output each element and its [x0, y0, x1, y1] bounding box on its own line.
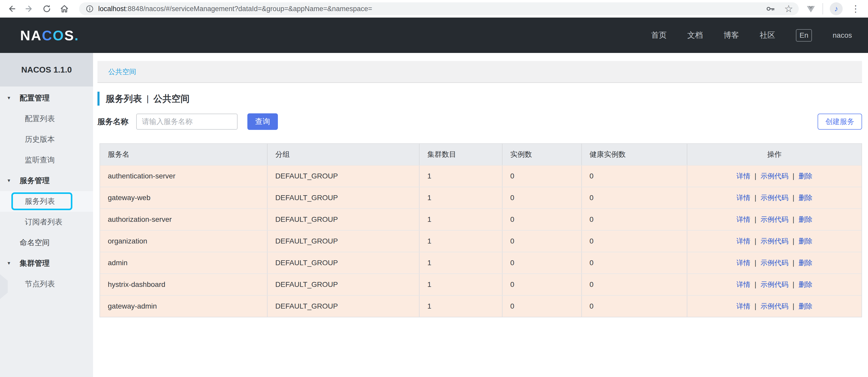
bookmark-star-icon[interactable]: ☆ — [784, 4, 793, 14]
search-bar: 服务名称 查询 创建服务 — [97, 113, 862, 130]
cell-group: DEFAULT_GROUP — [267, 209, 419, 230]
sample-code-link[interactable]: 示例代码 — [761, 215, 788, 224]
nacos-logo[interactable]: NACOS. — [20, 27, 79, 43]
sidebar-item-history-versions[interactable]: 历史版本 — [0, 129, 93, 150]
delete-link[interactable]: 删除 — [799, 258, 812, 268]
cell-group: DEFAULT_GROUP — [267, 166, 419, 187]
user-name[interactable]: nacos — [833, 31, 852, 39]
forward-icon[interactable] — [24, 4, 34, 14]
cell-operations: 详情 | 示例代码 | 删除 — [687, 166, 862, 187]
cell-service-name: admin — [100, 252, 267, 273]
site-info-icon[interactable] — [85, 4, 94, 13]
table-row: authentication-server DEFAULT_GROUP 1 0 … — [100, 165, 862, 187]
sample-code-link[interactable]: 示例代码 — [761, 171, 788, 181]
reload-icon[interactable] — [42, 4, 52, 14]
table-row: authorization-server DEFAULT_GROUP 1 0 0… — [100, 208, 862, 230]
sidebar-item-label: 节点列表 — [25, 279, 55, 289]
cell-clusters: 1 — [419, 252, 502, 273]
profile-avatar[interactable]: ♪ — [830, 2, 843, 15]
action-separator: | — [754, 216, 756, 224]
sidebar-item-config-list[interactable]: 配置列表 — [0, 108, 93, 129]
back-icon[interactable] — [7, 4, 17, 14]
caret-down-icon: ▼ — [7, 96, 11, 101]
cell-group: DEFAULT_GROUP — [267, 231, 419, 252]
browser-menu-icon[interactable]: ⋮ — [849, 4, 862, 13]
address-bar[interactable]: localhost:8848/nacos/#/serviceManagement… — [79, 2, 799, 15]
delete-link[interactable]: 删除 — [799, 237, 812, 246]
home-icon[interactable] — [59, 4, 69, 14]
delete-link[interactable]: 删除 — [799, 280, 812, 289]
caret-down-icon: ▼ — [7, 178, 11, 183]
sidebar-item-listener-query[interactable]: 监听查询 — [0, 150, 93, 170]
cell-instances: 0 — [502, 231, 581, 252]
logo-part: NA — [20, 27, 42, 43]
action-separator: | — [754, 259, 756, 267]
action-separator: | — [793, 302, 794, 310]
detail-link[interactable]: 详情 — [737, 193, 750, 202]
detail-link[interactable]: 详情 — [737, 237, 750, 246]
nav-home-link[interactable]: 首页 — [651, 30, 666, 40]
action-separator: | — [793, 194, 794, 202]
create-service-button[interactable]: 创建服务 — [817, 114, 862, 130]
sidebar-item-label: 集群管理 — [20, 258, 50, 269]
cell-instances: 0 — [502, 209, 581, 230]
cell-operations: 详情 | 示例代码 | 删除 — [687, 187, 862, 208]
sidebar-item-namespace[interactable]: 命名空间 — [0, 232, 93, 253]
key-icon[interactable] — [766, 4, 775, 14]
url-text[interactable]: localhost:8848/nacos/#/serviceManagement… — [98, 5, 372, 13]
nav-community-link[interactable]: 社区 — [760, 30, 775, 40]
service-name-input[interactable] — [136, 114, 238, 130]
sidebar-group-cluster-management[interactable]: ▼ 集群管理 — [0, 253, 93, 274]
sidebar-item-service-list[interactable]: 服务列表 — [0, 191, 93, 212]
sidebar-item-label: 服务列表 — [25, 196, 55, 207]
detail-link[interactable]: 详情 — [737, 258, 750, 268]
sample-code-link[interactable]: 示例代码 — [761, 302, 788, 311]
delete-link[interactable]: 删除 — [799, 302, 812, 311]
sidebar-item-label: 监听查询 — [25, 155, 55, 165]
delete-link[interactable]: 删除 — [799, 171, 812, 181]
page-title-namespace: 公共空间 — [154, 93, 190, 105]
sidebar-item-subscriber-list[interactable]: 订阅者列表 — [0, 212, 93, 232]
delete-link[interactable]: 删除 — [799, 215, 812, 224]
action-separator: | — [754, 172, 756, 180]
sidebar-item-label: 命名空间 — [20, 238, 50, 248]
cell-instances: 0 — [502, 166, 581, 187]
col-header-healthy-count: 健康实例数 — [581, 144, 687, 165]
nav-blog-link[interactable]: 博客 — [723, 30, 739, 40]
cell-operations: 详情 | 示例代码 | 删除 — [687, 296, 862, 317]
cell-instances: 0 — [502, 274, 581, 295]
detail-link[interactable]: 详情 — [737, 302, 750, 311]
nav-docs-link[interactable]: 文档 — [687, 30, 703, 40]
delete-link[interactable]: 删除 — [799, 193, 812, 202]
cell-operations: 详情 | 示例代码 | 删除 — [687, 274, 862, 295]
sample-code-link[interactable]: 示例代码 — [761, 280, 788, 289]
cell-clusters: 1 — [419, 231, 502, 252]
cell-healthy: 0 — [581, 166, 687, 187]
cell-clusters: 1 — [419, 166, 502, 187]
detail-link[interactable]: 详情 — [737, 171, 750, 181]
col-header-cluster-count: 集群数目 — [419, 144, 502, 165]
page-title: 服务列表 | 公共空间 — [97, 92, 868, 106]
sidebar-group-config-management[interactable]: ▼ 配置管理 — [0, 88, 93, 108]
logo-part: O — [53, 27, 64, 43]
sample-code-link[interactable]: 示例代码 — [761, 258, 788, 268]
sidebar-item-label: 订阅者列表 — [25, 217, 62, 227]
detail-link[interactable]: 详情 — [737, 280, 750, 289]
sidebar-group-service-management[interactable]: ▼ 服务管理 — [0, 170, 93, 191]
caret-down-icon: ▼ — [7, 261, 11, 266]
logo-part: S — [64, 27, 74, 43]
action-separator: | — [754, 281, 756, 289]
vue-devtools-icon[interactable] — [806, 4, 816, 14]
sample-code-link[interactable]: 示例代码 — [761, 237, 788, 246]
query-button[interactable]: 查询 — [247, 113, 278, 130]
language-toggle[interactable]: En — [796, 29, 812, 42]
breadcrumb-namespace-link[interactable]: 公共空间 — [108, 67, 136, 76]
logo-part: . — [74, 27, 79, 43]
title-separator: | — [147, 94, 149, 104]
detail-link[interactable]: 详情 — [737, 215, 750, 224]
sidebar-item-node-list[interactable]: 节点列表 — [0, 274, 93, 295]
action-separator: | — [793, 172, 794, 180]
cell-group: DEFAULT_GROUP — [267, 187, 419, 208]
sample-code-link[interactable]: 示例代码 — [761, 193, 788, 202]
cell-clusters: 1 — [419, 209, 502, 230]
